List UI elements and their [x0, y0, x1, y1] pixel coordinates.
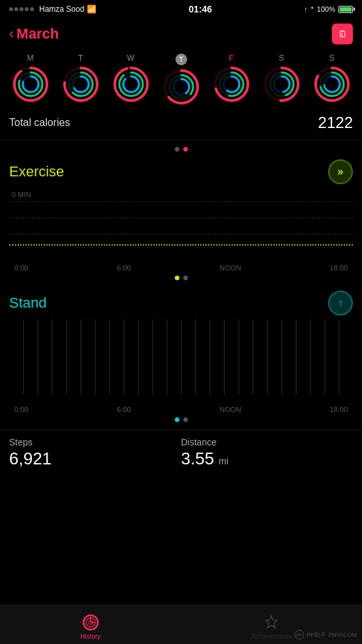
svg-marker-68	[265, 616, 277, 628]
exercise-dot-2	[183, 276, 188, 280]
exercise-dotted-line	[9, 244, 353, 246]
stand-time-18: 18:00	[329, 406, 348, 413]
stand-chart-svg	[9, 319, 353, 404]
time-18: 18:00	[329, 264, 348, 272]
header: ‹ March 🗓	[0, 18, 362, 51]
tab-achievements-label: Achievements	[251, 633, 292, 640]
day-tuesday[interactable]: T	[62, 54, 100, 106]
status-left: Hamza Sood 📶	[9, 5, 97, 14]
calendar-button[interactable]: 🗓	[332, 24, 353, 44]
steps-col: Steps 6,921	[9, 437, 181, 469]
exercise-chart: 0 MIN	[9, 188, 353, 260]
day-label-f: F	[229, 54, 234, 63]
pp-logo-icon: PP	[294, 630, 305, 640]
day-saturday[interactable]: S	[263, 54, 301, 106]
svg-point-17	[123, 76, 139, 92]
stand-time-6: 6:00	[117, 406, 130, 413]
total-calories-label: Total calories	[9, 117, 70, 129]
distance-value: 3.55 mi	[181, 449, 354, 469]
exercise-section: Exercise » 0 MIN 0:00 6:00 NOON 18:00	[0, 154, 362, 288]
stand-time-noon: NOON	[220, 406, 241, 413]
grid-line-2	[9, 217, 353, 218]
day-wednesday[interactable]: W	[112, 54, 150, 106]
stand-chart	[9, 319, 353, 404]
svg-text:PP: PP	[296, 633, 303, 637]
signal-dots	[9, 7, 34, 11]
chevron-right-double-icon: »	[338, 166, 344, 178]
status-right: ↑ * 100%	[304, 5, 353, 13]
stand-header: Stand ↑	[9, 291, 353, 315]
watermark-text: PP助手 25PP.COM	[307, 631, 357, 639]
back-chevron-icon: ‹	[9, 27, 14, 41]
grid-line-1	[9, 201, 353, 202]
distance-unit: mi	[219, 456, 228, 466]
day-label-m: M	[27, 54, 34, 63]
battery-icon	[339, 6, 353, 13]
steps-label: Steps	[9, 437, 181, 447]
week-row: M T W	[0, 51, 362, 107]
day-label-t2-today: T	[175, 54, 187, 65]
tab-history[interactable]: History	[0, 609, 181, 640]
time-noon: NOON	[220, 264, 241, 272]
day-thursday-today[interactable]: T	[162, 54, 200, 106]
day-friday[interactable]: F	[213, 54, 250, 106]
steps-value: 6,921	[9, 449, 181, 469]
stand-detail-button[interactable]: ↑	[328, 291, 353, 315]
battery-percent: 100%	[317, 5, 335, 13]
watermark: PP PP助手 25PP.COM	[294, 630, 357, 640]
time-6: 6:00	[117, 264, 130, 272]
wifi-icon: 📶	[87, 5, 97, 14]
distance-col: Distance 3.55 mi	[181, 437, 354, 469]
arrow-up-circle-icon: ↑	[338, 297, 343, 309]
stand-time-labels: 0:00 6:00 NOON 18:00	[9, 404, 353, 415]
history-tab-icon	[82, 613, 100, 632]
exercise-title: Exercise	[9, 163, 64, 180]
exercise-page-dots	[9, 273, 353, 283]
carrier-name: Hamza Sood	[39, 5, 84, 14]
day-monday[interactable]: M	[12, 54, 50, 106]
stand-dot-1	[175, 417, 179, 422]
status-time: 01:46	[189, 4, 212, 14]
day-label-s2: S	[329, 54, 334, 63]
total-calories-row: Total calories 2122	[0, 107, 362, 140]
achievements-tab-icon	[262, 613, 280, 632]
day-sunday[interactable]: S	[313, 54, 351, 106]
tab-history-label: History	[80, 633, 100, 640]
day-label-s1: S	[279, 54, 284, 63]
stand-time-0: 0:00	[14, 406, 28, 413]
exercise-time-labels: 0:00 6:00 NOON 18:00	[9, 263, 353, 273]
time-0: 0:00	[14, 264, 28, 272]
metrics-row: Steps 6,921 Distance 3.55 mi	[0, 430, 362, 475]
page-dot-2	[183, 147, 188, 152]
stand-dot-2	[183, 417, 188, 422]
page-title: March	[16, 25, 59, 42]
calendar-icon: 🗓	[338, 29, 347, 39]
exercise-chart-top-label: 0 MIN	[12, 191, 31, 199]
day-label-w: W	[127, 54, 134, 63]
battery-fill	[340, 7, 352, 12]
distance-label: Distance	[181, 437, 354, 447]
arrow-up-icon: ↑	[304, 5, 308, 13]
stand-title: Stand	[9, 295, 47, 312]
page-dot-1	[175, 147, 179, 152]
stand-page-dots	[9, 415, 353, 425]
exercise-header: Exercise »	[9, 159, 353, 184]
bluetooth-icon: *	[311, 5, 314, 13]
tab-bar: History Achievements PP PP助手 25PP.COM	[0, 605, 362, 644]
total-calories-value: 2122	[318, 114, 353, 132]
back-button[interactable]: ‹ March	[9, 25, 59, 42]
grid-line-3	[9, 234, 353, 234]
exercise-dot-1	[175, 276, 179, 280]
stand-section: Stand ↑	[0, 288, 362, 430]
status-bar: Hamza Sood 📶 01:46 ↑ * 100%	[0, 0, 362, 18]
exercise-detail-button[interactable]: »	[328, 159, 353, 184]
calories-page-dots	[0, 140, 362, 154]
day-label-t1: T	[78, 54, 83, 63]
